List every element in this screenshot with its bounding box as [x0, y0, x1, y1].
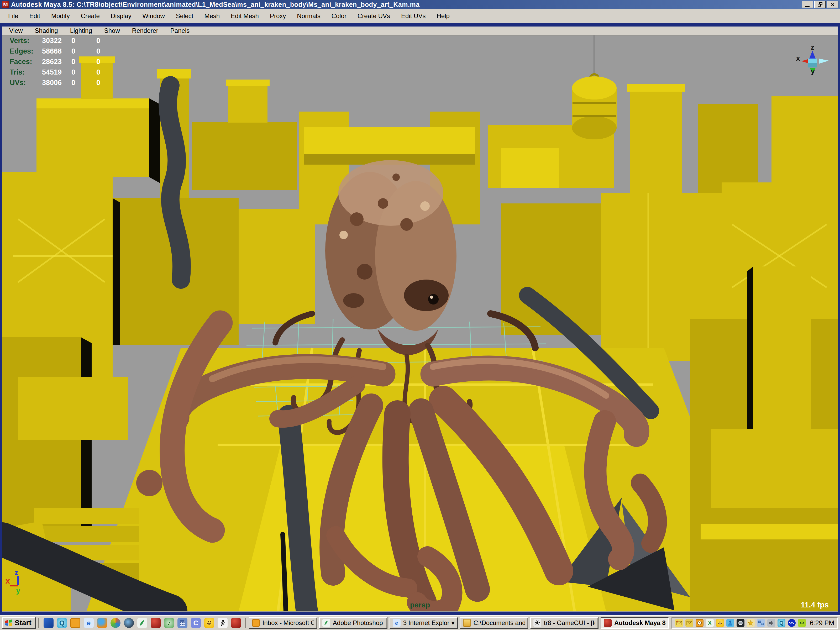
- window-titlebar[interactable]: M Autodesk Maya 8.5: C:\TR8\object\Envir…: [0, 0, 840, 9]
- runner-process-quicklaunch-icon[interactable]: [218, 618, 227, 628]
- yahoo-messenger-quicklaunch-icon[interactable]: [204, 618, 214, 628]
- internet-explorer-icon: e: [393, 619, 401, 627]
- main-menubar: File Edit Modify Create Display Window S…: [0, 9, 840, 23]
- hud-row-tris: Tris: 54519 0 0: [10, 67, 121, 77]
- menu-normals[interactable]: Normals: [291, 12, 326, 20]
- hud-tris-total: 54519: [42, 68, 71, 76]
- taskbtn-explorer-documents[interactable]: C:\Documents and S...: [460, 617, 528, 629]
- menu-select[interactable]: Select: [171, 12, 199, 20]
- outlook-reminder-clock-icon[interactable]: [696, 619, 704, 627]
- start-label: Start: [15, 619, 32, 627]
- hud-row-edges: Edges: 58668 0 0: [10, 46, 121, 57]
- hud-faces-col3: 0: [96, 58, 121, 66]
- reminder-clock-quicklaunch-icon[interactable]: [70, 618, 81, 628]
- close-icon: ×: [831, 1, 835, 8]
- menu-create[interactable]: Create: [75, 12, 105, 20]
- c-application-quicklaunch-icon[interactable]: C: [191, 618, 201, 628]
- panel-menu-renderer[interactable]: Renderer: [132, 27, 164, 35]
- taskbar-separator: [38, 618, 39, 628]
- menu-edit[interactable]: Edit: [24, 12, 46, 20]
- network-computers-icon[interactable]: [757, 619, 765, 627]
- outlook-quicklaunch-icon[interactable]: [44, 618, 54, 628]
- hud-faces-col2: 0: [71, 58, 96, 66]
- menu-edit-mesh[interactable]: Edit Mesh: [225, 12, 264, 20]
- firefox-quicklaunch-icon[interactable]: [97, 618, 107, 628]
- panel-menu-view[interactable]: View: [9, 27, 29, 35]
- restore-icon: [818, 2, 823, 6]
- windows-media-player-quicklaunch-icon[interactable]: [111, 618, 120, 628]
- panel-menu-lighting[interactable]: Lighting: [70, 27, 98, 35]
- menu-proxy[interactable]: Proxy: [264, 12, 291, 20]
- panel-menu-shading[interactable]: Shading: [35, 27, 64, 35]
- taskbtn-adobe-photoshop[interactable]: Adobe Photoshop: [319, 617, 387, 629]
- svg-text:y: y: [811, 68, 815, 75]
- maya-second-quicklaunch-icon[interactable]: [231, 618, 241, 628]
- taskbtn-label: C:\Documents and S...: [474, 619, 525, 627]
- hud-verts-label: Verts:: [10, 37, 37, 45]
- menu-modify[interactable]: Modify: [46, 12, 75, 20]
- group-dropdown-arrow-icon[interactable]: ▼: [452, 621, 455, 625]
- quicktime-tray-icon[interactable]: Q: [777, 619, 785, 627]
- svg-text:y: y: [16, 586, 21, 595]
- menu-create-uvs[interactable]: Create UVs: [352, 12, 396, 20]
- hud-tris-label: Tris:: [10, 68, 37, 76]
- menu-edit-uvs[interactable]: Edit UVs: [396, 12, 431, 20]
- gold-star-icon[interactable]: [747, 619, 755, 627]
- svg-text:z: z: [811, 43, 814, 51]
- msn-messenger-icon[interactable]: [726, 619, 734, 627]
- minimize-button[interactable]: [802, 1, 813, 8]
- maya-quicklaunch-icon[interactable]: [151, 618, 161, 628]
- hud-verts-total: 30322: [42, 37, 71, 45]
- quick-launch-bar: Q e ♪ C: [42, 618, 243, 628]
- menu-window[interactable]: Window: [137, 12, 170, 20]
- gamegui-spider-icon: [534, 619, 541, 627]
- nvidia-settings-icon[interactable]: [798, 619, 806, 627]
- hud-uvs-col2: 0: [71, 79, 96, 87]
- hud-row-verts: Verts: 30322 0 0: [10, 35, 121, 46]
- menu-display[interactable]: Display: [105, 12, 137, 20]
- tray-clock[interactable]: 6:29 PM: [810, 619, 834, 627]
- printer-fax-icon[interactable]: [737, 619, 744, 627]
- view-axis-gizmo: x z y: [791, 42, 831, 79]
- mail-icon[interactable]: [685, 619, 693, 627]
- taskbtn-internet-explorer-group[interactable]: e 3 Internet Explorer ▼: [390, 617, 458, 629]
- camera-name-label: persp: [410, 601, 430, 609]
- svg-text:z: z: [14, 568, 18, 577]
- taskbtn-tr8-gamegui[interactable]: tr8 - GameGUI - [Idle]: [530, 617, 598, 629]
- panel-menu-show[interactable]: Show: [104, 27, 126, 35]
- calculator-quicklaunch-icon[interactable]: [177, 618, 188, 628]
- photoshop-feather-quicklaunch-icon[interactable]: [137, 618, 147, 628]
- hud-uvs-col3: 0: [96, 79, 121, 87]
- fps-counter: 11.4 fps: [801, 601, 829, 609]
- hud-edges-col3: 0: [96, 47, 121, 55]
- menu-mesh[interactable]: Mesh: [199, 12, 226, 20]
- hud-row-uvs: UVs: 38006 0 0: [10, 77, 121, 88]
- hud-faces-label: Faces:: [10, 58, 37, 66]
- close-button[interactable]: ×: [827, 1, 838, 8]
- restore-button[interactable]: [814, 1, 826, 8]
- taskbtn-outlook-inbox[interactable]: Inbox - Microsoft Ou...: [249, 617, 317, 629]
- internet-explorer-quicklaunch-icon[interactable]: e: [84, 618, 94, 628]
- media-center-quicklaunch-icon[interactable]: [124, 618, 134, 628]
- window-title: Autodesk Maya 8.5: C:\TR8\object\Environ…: [11, 1, 420, 8]
- new-mail-notification-icon[interactable]: [675, 619, 683, 627]
- svg-text:x: x: [796, 54, 800, 62]
- volume-speaker-icon[interactable]: [767, 619, 775, 627]
- quicktime-quicklaunch-icon[interactable]: Q: [57, 618, 67, 628]
- viewport-canvas[interactable]: Verts: 30322 0 0 Edges: 58668 0 0 Faces:…: [2, 35, 838, 612]
- start-button[interactable]: Start: [2, 617, 36, 629]
- menu-help[interactable]: Help: [431, 12, 455, 20]
- excel-icon[interactable]: X: [706, 619, 714, 627]
- minimize-icon: [805, 6, 810, 7]
- menu-file[interactable]: File: [3, 12, 24, 20]
- taskbtn-autodesk-maya-active[interactable]: Autodesk Maya 8....: [601, 617, 669, 629]
- hud-edges-total: 58668: [42, 47, 71, 55]
- panel-menu-panels[interactable]: Panels: [171, 27, 196, 35]
- menu-color[interactable]: Color: [326, 12, 352, 20]
- scene-render: [2, 35, 838, 611]
- folder-icon: [463, 619, 471, 627]
- hud-edges-label: Edges:: [10, 47, 37, 55]
- audio-wave-icon[interactable]: [788, 619, 796, 627]
- yahoo-messenger-tray-icon[interactable]: [716, 619, 724, 627]
- itunes-quicklaunch-icon[interactable]: ♪: [164, 618, 174, 628]
